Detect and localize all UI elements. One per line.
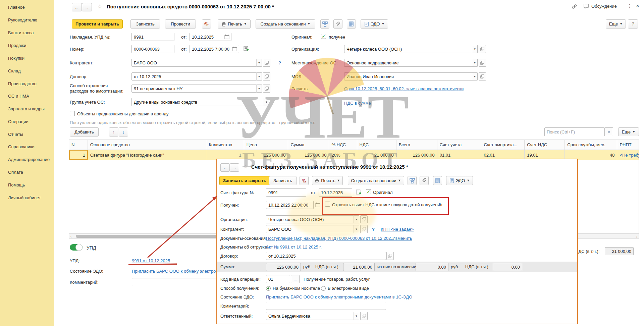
paperclip-icon-button[interactable] <box>333 19 342 29</box>
dialog-change-link[interactable]: Изменить <box>392 236 412 241</box>
set-number-icon[interactable] <box>356 189 362 195</box>
dialog-organization-open-icon[interactable] <box>360 215 368 223</box>
settlements-link[interactable]: Срок 10.12.2025, 60.01, 60.02, зачет ава… <box>344 86 464 91</box>
kebab-menu-icon[interactable]: ⋮ <box>627 3 632 9</box>
upd-link[interactable]: 9991 от 10.12.2025 <box>132 258 170 263</box>
forward-button[interactable]: → <box>82 3 92 11</box>
sidebar-item-salary[interactable]: Зарплата и кадры <box>0 103 54 114</box>
table-more-button[interactable]: Еще▼ <box>618 127 639 136</box>
dialog-dtkt-button[interactable]: ДтКт <box>300 176 309 185</box>
print-button[interactable]: Печать▼ <box>218 19 251 29</box>
more-button[interactable]: Еще▼ <box>606 19 626 29</box>
location-open-icon[interactable] <box>479 59 486 67</box>
dtkt-postings-button[interactable]: ДтКт <box>202 19 211 29</box>
cell-rnpt-link[interactable]: <Не требуется> <box>617 150 639 160</box>
contractor-help-icon[interactable]: ? <box>278 60 281 65</box>
vat-in-sum-link[interactable]: НДС в сумме <box>344 101 371 106</box>
dialog-edo-button[interactable]: ЭДО▼ <box>446 176 473 185</box>
sidebar-item-operations[interactable]: ДтКтОперации <box>0 116 54 127</box>
dialog-contract-field[interactable]: от 10.12.2025 <box>266 252 386 260</box>
col-header-vat-account[interactable]: Счет НДС <box>525 140 565 150</box>
sidebar-item-directories[interactable]: Справочники <box>0 141 54 152</box>
report-list-icon-button[interactable] <box>347 19 356 29</box>
cell-asset[interactable]: Световая фигура "Новогодние сани" <box>88 150 207 160</box>
organization-dropdown[interactable]: ▼ <box>472 45 478 53</box>
dialog-report-list-icon-button[interactable] <box>433 176 442 185</box>
move-down-button[interactable]: ↓ <box>119 127 128 137</box>
dialog-vat-deduction-help-icon[interactable]: ? <box>438 202 441 207</box>
dialog-kpp-link[interactable]: КПП <не задан> <box>381 227 414 232</box>
search-input[interactable]: Поиск (Ctrl+F) <box>544 127 605 136</box>
dialog-ship-docs-link[interactable]: Акт № 9991 от 10.12.2025 г. <box>266 245 322 250</box>
sidebar-item-account[interactable]: Личный кабинет <box>0 192 54 203</box>
col-header-qty[interactable]: Количество <box>206 140 244 150</box>
paper-radio[interactable] <box>266 286 271 291</box>
amortization-field[interactable]: 91 не принимается к НУ <box>131 85 262 93</box>
col-header-vat[interactable]: НДС <box>357 140 396 150</box>
dialog-create-based-button[interactable]: Создать на основании▼ <box>348 176 404 185</box>
col-header-n[interactable]: N <box>69 140 88 150</box>
contract-field[interactable]: от 10.12.2025 <box>131 72 262 80</box>
paper-radio-label[interactable]: На бумажном носителе <box>273 286 320 291</box>
link-icon[interactable] <box>572 4 577 9</box>
structure-icon-button[interactable] <box>320 19 329 29</box>
dialog-comment-field[interactable] <box>266 302 386 310</box>
dialog-save-button[interactable]: Записать <box>269 176 297 185</box>
col-header-total[interactable]: Всего <box>396 140 437 150</box>
dialog-contract-open-icon[interactable] <box>386 252 394 260</box>
add-row-button[interactable]: Добавить <box>70 127 99 137</box>
dialog-invoice-date-field[interactable]: 10.12.2025 <box>319 188 352 197</box>
cell-n[interactable]: 1 <box>69 150 88 160</box>
dialog-original-checkbox[interactable]: ✓ <box>366 189 371 194</box>
dialog-received-field[interactable]: 10.12.2025 21:00:00 <box>266 201 314 209</box>
mol-dropdown[interactable]: ▼ <box>472 72 478 80</box>
scroll-left-icon[interactable]: ‹ <box>70 234 71 239</box>
electronic-radio[interactable] <box>321 286 326 291</box>
electronic-radio-label[interactable]: В электронном виде <box>328 286 369 291</box>
sidebar-item-manager[interactable]: Руководителю <box>0 14 54 25</box>
mol-field[interactable]: Иванов Иван Иванович <box>344 72 478 80</box>
original-checkbox[interactable]: ✓ <box>321 34 326 39</box>
sidebar-item-sales[interactable]: Продажи <box>0 40 54 51</box>
dialog-responsible-field[interactable]: Ольга Бердечникова <box>266 312 359 320</box>
dialog-contractor-field[interactable]: БАРС ООО <box>266 225 359 233</box>
dialog-organization-dropdown[interactable]: ▼ <box>354 215 359 223</box>
organization-open-icon[interactable] <box>479 45 486 53</box>
scroll-right-icon[interactable]: › <box>636 234 637 239</box>
col-header-life[interactable]: Срок службы, мес. <box>565 140 617 150</box>
os-group-dropdown[interactable]: ▼ <box>264 98 269 106</box>
number-date-field[interactable]: 10.12.2025 7:00:00 <box>190 45 239 53</box>
dialog-contractor-help-icon[interactable]: ? <box>372 227 375 232</box>
rent-checkbox[interactable] <box>70 111 75 116</box>
col-header-account[interactable]: Счет учета <box>437 140 482 150</box>
dialog-responsible-dropdown[interactable]: ▼ <box>354 312 359 320</box>
amortization-open-icon[interactable] <box>263 85 270 93</box>
sidebar-item-help[interactable]: ?Помощь <box>0 179 54 191</box>
set-number-icon[interactable] <box>244 46 249 51</box>
edo-button[interactable]: ЭДО▼ <box>361 19 388 29</box>
contractor-dropdown[interactable]: ▼ <box>256 59 262 67</box>
dialog-contractor-dropdown[interactable]: ▼ <box>354 225 359 233</box>
dialog-invoice-no-field[interactable]: 9991 <box>266 188 306 197</box>
location-field[interactable]: Основное подразделение <box>344 59 478 67</box>
dialog-forward-button[interactable]: → <box>230 163 239 172</box>
favorite-star-icon[interactable]: ☆ <box>97 3 102 10</box>
sidebar-item-os-nma[interactable]: ОС и НМА <box>0 90 54 102</box>
col-header-vat-pct[interactable]: % НДС <box>329 140 357 150</box>
post-button[interactable]: Провести <box>165 19 196 29</box>
invoice-no-field[interactable]: 9991 <box>131 33 174 41</box>
dialog-op-code-field[interactable]: 01 <box>266 275 290 283</box>
location-dropdown[interactable]: ▼ <box>472 59 478 67</box>
organization-field[interactable]: Четыре колеса ООО (ОСН) <box>344 45 478 53</box>
dialog-edo-state-link[interactable]: Пригласить БАРС ООО к обмену электронным… <box>266 294 412 300</box>
sidebar-item-reports[interactable]: Отчеты <box>0 128 54 140</box>
col-header-amort-account[interactable]: Счет амортиза... <box>481 140 525 150</box>
dialog-base-docs-link[interactable]: Поступление (акт, накладная, УПД) 0000-0… <box>266 236 394 241</box>
col-header-asset[interactable]: Основное средство <box>88 140 207 150</box>
number-field[interactable]: 0000-000063 <box>131 45 174 53</box>
calendar-icon[interactable] <box>224 34 229 39</box>
sidebar-item-payment[interactable]: Оплата <box>0 166 54 178</box>
dialog-print-button[interactable]: Печать▼ <box>312 176 343 185</box>
dialog-contractor-open-icon[interactable] <box>360 225 368 233</box>
close-icon[interactable]: × <box>636 3 639 9</box>
